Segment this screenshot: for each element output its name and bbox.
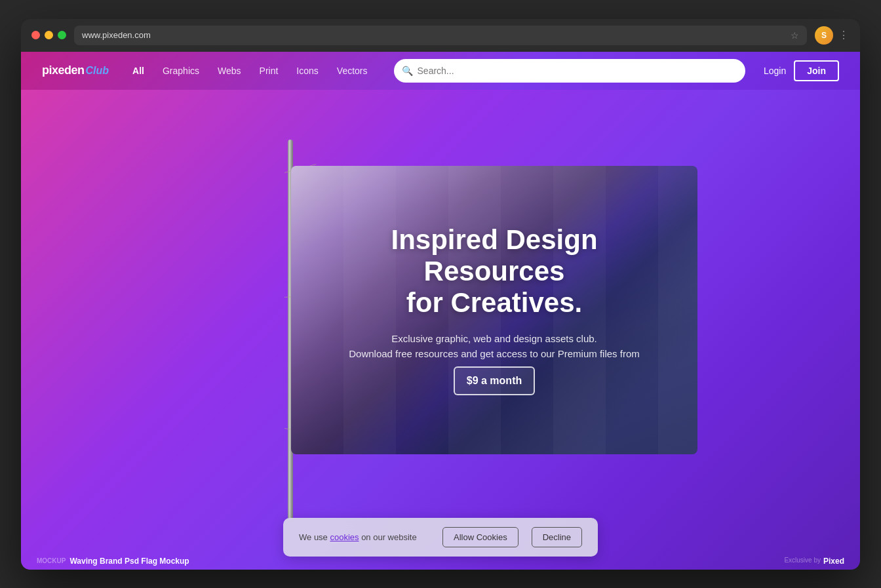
footer-brand-name: Pixed bbox=[823, 557, 844, 566]
decline-cookies-button[interactable]: Decline bbox=[532, 527, 582, 547]
maximize-button[interactable] bbox=[58, 31, 66, 39]
bookmark-icon[interactable]: ☆ bbox=[791, 30, 799, 41]
nav: pixeden Club All Graphics Webs Print Ico… bbox=[21, 52, 860, 90]
nav-link-vectors[interactable]: Vectors bbox=[337, 66, 368, 76]
login-button[interactable]: Login bbox=[764, 66, 786, 76]
flag-mockup: Inspired Design Resources for Creatives.… bbox=[166, 127, 665, 533]
flag-fabric: Inspired Design Resources for Creatives.… bbox=[291, 166, 697, 454]
traffic-lights bbox=[31, 31, 66, 39]
nav-right: Login Join bbox=[764, 60, 839, 81]
footer-left: Mockup Waving Brand Psd Flag Mockup bbox=[37, 557, 189, 566]
nav-link-webs[interactable]: Webs bbox=[218, 66, 241, 76]
browser-chrome: www.pixeden.com ☆ S ⋮ bbox=[21, 19, 860, 52]
footer-exclusive-label: Exclusive by bbox=[784, 557, 821, 566]
footer-right: Exclusive by Pixed bbox=[784, 557, 844, 566]
browser-titlebar: www.pixeden.com ☆ S ⋮ bbox=[31, 26, 850, 45]
nav-link-icons[interactable]: Icons bbox=[296, 66, 318, 76]
website: pixeden Club All Graphics Webs Print Ico… bbox=[21, 52, 860, 570]
cookie-text: We use cookies on our website bbox=[299, 532, 429, 542]
cookie-text-before: We use bbox=[299, 532, 330, 542]
join-button[interactable]: Join bbox=[794, 60, 839, 81]
allow-cookies-button[interactable]: Allow Cookies bbox=[442, 527, 519, 547]
search-input[interactable] bbox=[394, 59, 745, 83]
footer-mockup-label: Mockup bbox=[37, 557, 66, 564]
nav-link-print[interactable]: Print bbox=[260, 66, 279, 76]
cookie-banner: We use cookies on our website Allow Cook… bbox=[283, 518, 598, 557]
logo-main-text: pixeden bbox=[42, 64, 85, 77]
footer-mockup-name[interactable]: Waving Brand Psd Flag Mockup bbox=[69, 557, 189, 566]
hero-section: Inspired Design Resources for Creatives.… bbox=[21, 90, 860, 570]
hero-desc-line2: Download free resources and get access t… bbox=[349, 348, 640, 359]
search-icon: 🔍 bbox=[402, 66, 413, 76]
price-badge[interactable]: $9 a month bbox=[454, 366, 535, 395]
logo-club-text: Club bbox=[86, 65, 109, 77]
minimize-button[interactable] bbox=[45, 31, 53, 39]
browser-actions: S ⋮ bbox=[815, 26, 850, 45]
search-container: 🔍 bbox=[394, 59, 745, 83]
nav-link-graphics[interactable]: Graphics bbox=[163, 66, 199, 76]
hero-desc-line1: Exclusive graphic, web and design assets… bbox=[391, 333, 597, 344]
browser-menu-icon[interactable]: ⋮ bbox=[838, 29, 850, 41]
hero-description: Exclusive graphic, web and design assets… bbox=[317, 332, 671, 395]
url-text: www.pixeden.com bbox=[82, 30, 785, 40]
browser-window: www.pixeden.com ☆ S ⋮ pixeden Club All G… bbox=[21, 19, 860, 570]
cookie-link[interactable]: cookies bbox=[330, 532, 359, 542]
nav-link-all[interactable]: All bbox=[132, 66, 144, 76]
close-button[interactable] bbox=[31, 31, 40, 39]
hero-title: Inspired Design Resources for Creatives. bbox=[317, 224, 671, 319]
address-bar[interactable]: www.pixeden.com ☆ bbox=[74, 26, 807, 45]
site-logo[interactable]: pixeden Club bbox=[42, 64, 109, 77]
cookie-text-after: on our website bbox=[359, 532, 417, 542]
user-avatar[interactable]: S bbox=[815, 26, 833, 45]
